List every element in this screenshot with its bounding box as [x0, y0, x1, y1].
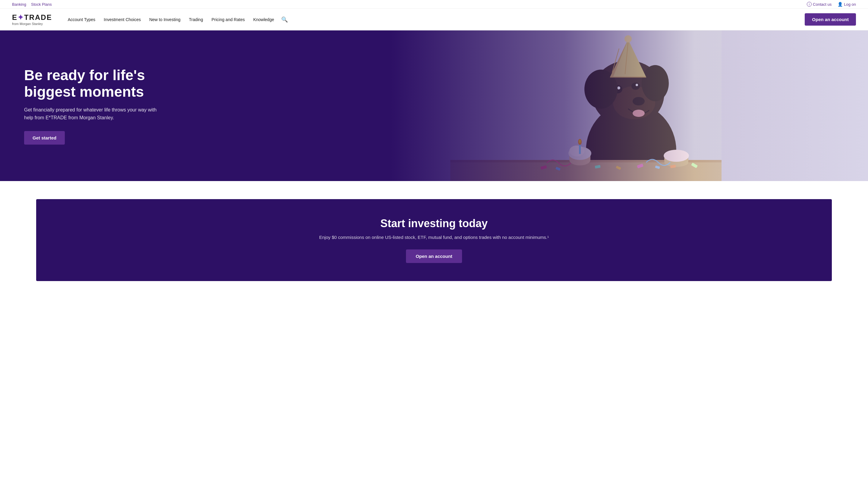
- cta-section: Start investing today Enjoy $0 commissio…: [36, 199, 832, 281]
- nav-pricing-rates[interactable]: Pricing and Rates: [208, 15, 249, 24]
- hero-section: Be ready for life's biggest moments Get …: [0, 30, 868, 181]
- contact-us-link[interactable]: i Contact us: [807, 2, 832, 7]
- cta-subtitle: Enjoy $0 commissions on online US-listed…: [48, 235, 820, 240]
- cta-container: Start investing today Enjoy $0 commissio…: [0, 181, 868, 293]
- person-icon: 👤: [838, 2, 843, 7]
- stock-plans-link[interactable]: Stock Plans: [31, 2, 52, 7]
- nav-account-types[interactable]: Account Types: [64, 15, 99, 24]
- banking-link[interactable]: Banking: [12, 2, 26, 7]
- top-bar-left: Banking Stock Plans: [12, 2, 52, 7]
- top-utility-bar: Banking Stock Plans i Contact us 👤 Log o…: [0, 0, 868, 9]
- search-button[interactable]: 🔍: [279, 14, 290, 25]
- open-account-cta-button[interactable]: Open an account: [406, 250, 462, 263]
- nav-new-to-investing[interactable]: New to Investing: [146, 15, 184, 24]
- nav-knowledge[interactable]: Knowledge: [250, 15, 278, 24]
- hero-title: Be ready for life's biggest moments: [24, 67, 157, 100]
- info-icon: i: [807, 2, 812, 7]
- nav-links: Account Types Investment Choices New to …: [64, 14, 800, 25]
- cta-title: Start investing today: [48, 217, 820, 230]
- get-started-button[interactable]: Get started: [24, 131, 65, 144]
- hero-content: Be ready for life's biggest moments Get …: [0, 67, 181, 145]
- open-account-nav-button[interactable]: Open an account: [805, 13, 856, 26]
- main-nav: E✦TRADE from Morgan Stanley Account Type…: [0, 9, 868, 30]
- hero-subtitle: Get financially prepared for whatever li…: [24, 106, 157, 121]
- nav-investment-choices[interactable]: Investment Choices: [100, 15, 144, 24]
- logo-subtitle: from Morgan Stanley: [12, 22, 52, 26]
- nav-trading[interactable]: Trading: [185, 15, 207, 24]
- logo[interactable]: E✦TRADE from Morgan Stanley: [12, 13, 52, 26]
- log-on-link[interactable]: 👤 Log on: [838, 2, 856, 7]
- logo-text: E✦TRADE: [12, 13, 52, 22]
